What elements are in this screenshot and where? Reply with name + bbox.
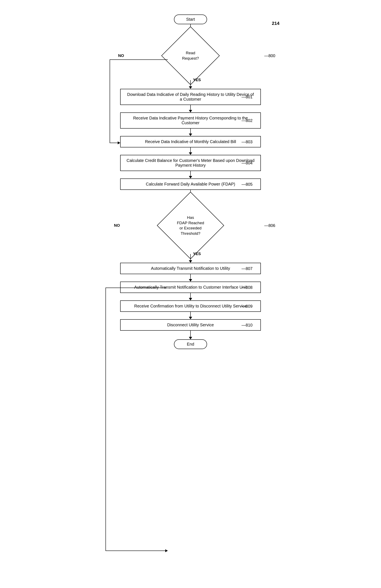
arrow-807-808 [189, 274, 192, 282]
diamond2 [157, 192, 224, 259]
box803: Receive Data Indicative of Monthly Calcu… [120, 136, 261, 147]
box810: Disconnect Utility Service [120, 319, 261, 331]
arrow-810-end [189, 331, 192, 339]
box810-row: Disconnect Utility Service —810 [120, 319, 261, 331]
diamond1-yes-label: YES [193, 78, 201, 82]
loop-d2-no-arrowhead [165, 549, 168, 552]
arrow-803-804 [189, 147, 192, 155]
end-terminal-row: End [174, 339, 207, 349]
arrow-809-810 [189, 312, 192, 319]
box804-row: Calculate Credit Balance for Customer's … [120, 155, 261, 171]
arrow-808-809 [189, 293, 192, 300]
ref-807: —807 [242, 266, 252, 271]
box802-row: Receive Data Indicative Payment History … [120, 112, 261, 128]
ref-806: —806 [264, 223, 275, 228]
diagram-container: 214 Start NO Read Request? —800 [97, 8, 284, 580]
arrow-804-805 [189, 171, 192, 178]
arrow-802-803 [189, 128, 192, 136]
ref-801: —801 [242, 95, 252, 99]
box807-row: Automatically Transmit Notification to U… [120, 263, 261, 274]
end-terminal: End [174, 339, 207, 349]
box808: Automatically Transmit Notification to C… [120, 282, 261, 293]
start-terminal-row: Start [174, 15, 207, 24]
box803-row: Receive Data Indicative of Monthly Calcu… [120, 136, 261, 147]
box808-row: Automatically Transmit Notification to C… [120, 282, 261, 293]
arrow-d1-yes: YES [189, 79, 192, 89]
ref-804: —804 [242, 161, 252, 166]
box805: Calculate Forward Daily Available Power … [120, 178, 261, 190]
box809-row: Receive Confirmation from Utility to Dis… [120, 300, 261, 312]
ref-805: —805 [242, 182, 252, 187]
diamond2-wrap: Has FDAP Reached or Exceeded Threshold? [167, 202, 214, 249]
arrow-801-802 [189, 105, 192, 112]
diamond1-no-label: NO [118, 53, 124, 58]
start-terminal: Start [174, 15, 207, 24]
ref-810: —810 [242, 323, 252, 327]
diamond1 [161, 26, 220, 85]
diamond2-row: NO Has FDAP Reached or Exceeded Threshol… [97, 199, 284, 252]
ref-800: —800 [264, 53, 275, 58]
diamond2-yes-label: YES [193, 252, 201, 256]
arrow-d2-yes: YES [189, 252, 192, 263]
box804: Calculate Credit Balance for Customer's … [120, 155, 261, 171]
ref-802: —802 [242, 118, 252, 123]
diamond2-no-label: NO [114, 223, 120, 228]
box802: Receive Data Indicative Payment History … [120, 112, 261, 128]
box805-row: Calculate Forward Daily Available Power … [120, 178, 261, 190]
ref-808: —808 [242, 285, 252, 290]
box807: Automatically Transmit Notification to U… [120, 263, 261, 274]
ref-803: —803 [242, 139, 252, 144]
ref-809: —809 [242, 304, 252, 309]
box801: Download Data Indicative of Daily Readin… [120, 89, 261, 105]
box801-row: Download Data Indicative of Daily Readin… [120, 89, 261, 105]
diamond1-row: NO Read Request? —800 [97, 33, 284, 79]
flowchart: Start NO Read Request? —800 YES [97, 8, 284, 349]
diamond1-wrap: Read Request? [170, 35, 211, 76]
box809: Receive Confirmation from Utility to Dis… [120, 300, 261, 312]
